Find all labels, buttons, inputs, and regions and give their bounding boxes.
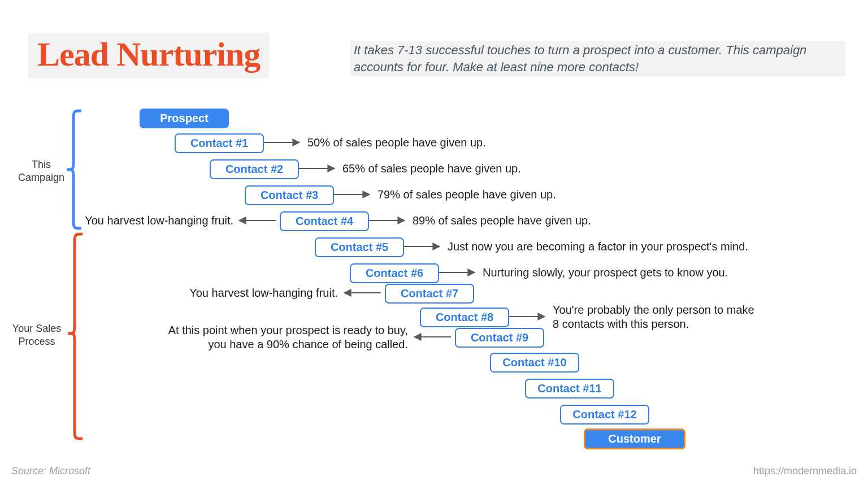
brace-process (68, 234, 83, 439)
note-c6: Nurturing slowly, your prospect gets to … (483, 266, 810, 279)
step-customer: Customer (584, 428, 685, 449)
step-contact-6: Contact #6 (350, 263, 439, 283)
step-contact-10: Contact #10 (490, 353, 579, 373)
note-c4: 89% of sales people have given up. (413, 214, 591, 227)
step-contact-12: Contact #12 (560, 405, 649, 425)
section-label-campaign: This Campaign (10, 158, 72, 185)
note-c5: Just now you are becoming a factor in yo… (448, 240, 809, 253)
note-c4-left: You harvest low-hanging fruit. (67, 214, 233, 227)
step-contact-2: Contact #2 (210, 159, 299, 179)
footer-url: https://modernmedia.io (753, 465, 857, 477)
step-prospect: Prospect (140, 109, 229, 128)
note-c3: 79% of sales people have given up. (377, 188, 556, 201)
note-c9-left: At this point when your prospect is read… (158, 323, 408, 352)
subtitle-note: It takes 7-13 successful touches to turn… (350, 41, 845, 76)
step-contact-11: Contact #11 (525, 379, 614, 399)
page-title: Lead Nurturing (28, 33, 269, 79)
step-contact-9: Contact #9 (455, 328, 544, 348)
step-contact-1: Contact #1 (175, 133, 264, 153)
section-label-process: Your Sales Process (6, 322, 68, 349)
step-contact-3: Contact #3 (245, 185, 334, 205)
step-contact-5: Contact #5 (315, 237, 404, 257)
step-contact-7: Contact #7 (385, 284, 474, 304)
note-c1: 50% of sales people have given up. (307, 136, 486, 149)
note-c2: 65% of sales people have given up. (342, 162, 521, 175)
footer-source: Source: Microsoft (11, 465, 90, 477)
step-contact-4: Contact #4 (280, 211, 369, 231)
note-c8: You're probably the only person to make … (553, 303, 756, 331)
note-c7-left: You harvest low-hanging fruit. (170, 287, 338, 300)
step-contact-8: Contact #8 (420, 308, 509, 327)
